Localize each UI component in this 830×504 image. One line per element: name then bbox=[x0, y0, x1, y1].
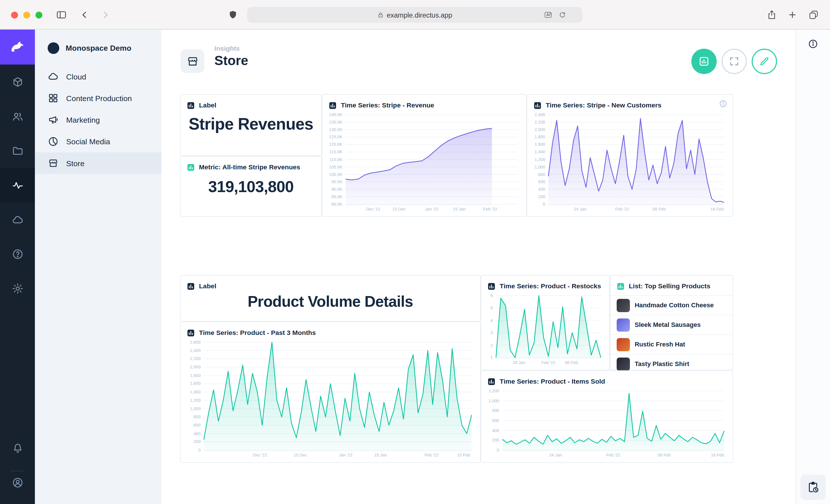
breadcrumb[interactable]: Insights bbox=[215, 45, 240, 53]
panel-title: Time Series: Product - Past 3 Months bbox=[199, 329, 316, 336]
notifications-icon[interactable] bbox=[0, 431, 35, 465]
panel-title: Label bbox=[199, 102, 217, 109]
panel-past-3-months-chart[interactable]: Time Series: Product - Past 3 Months 2,6… bbox=[180, 322, 480, 463]
y-axis-label: 1,400 bbox=[185, 390, 200, 395]
module-files-icon[interactable] bbox=[0, 133, 35, 168]
edit-dashboard-button[interactable] bbox=[752, 49, 777, 74]
account-icon[interactable] bbox=[0, 465, 35, 500]
y-axis-label: 110.0K bbox=[326, 157, 342, 162]
chart-panel-icon bbox=[187, 329, 195, 337]
top-products-list: Handmade Cotton CheeseSleek Metal Sausag… bbox=[610, 295, 733, 373]
panel-title: Label bbox=[199, 282, 217, 290]
shield-icon[interactable] bbox=[228, 9, 238, 21]
activity-log-icon[interactable] bbox=[800, 475, 826, 500]
x-axis-label: Feb '22 bbox=[615, 207, 630, 212]
panel-items-sold-chart[interactable]: Time Series: Product - Items Sold 1,2001… bbox=[481, 370, 733, 463]
project-switcher[interactable]: Monospace Demo bbox=[35, 30, 161, 66]
y-axis-label: 2,000 bbox=[532, 127, 545, 132]
sidebar-item-content-production[interactable]: Content Production bbox=[35, 87, 161, 109]
module-insights-icon[interactable] bbox=[0, 168, 35, 202]
y-axis-label: 800 bbox=[185, 414, 200, 419]
right-sidebar bbox=[796, 30, 830, 504]
module-cloud-icon[interactable] bbox=[0, 202, 35, 237]
sidebar-item-marketing[interactable]: Marketing bbox=[35, 109, 161, 131]
x-axis-label: 15 Feb bbox=[457, 453, 470, 458]
y-axis-label: 2,600 bbox=[185, 340, 200, 345]
y-axis-label: 80.0K bbox=[326, 202, 342, 207]
module-help-icon[interactable] bbox=[0, 236, 35, 271]
panel-label-stripe-revenues[interactable]: Label Stripe Revenues bbox=[180, 94, 322, 156]
metric-panel-icon bbox=[187, 163, 195, 171]
y-axis-label: 2 bbox=[485, 343, 493, 348]
directus-logo[interactable] bbox=[0, 30, 35, 65]
tab-overview-icon[interactable] bbox=[808, 9, 819, 21]
metric-value: 319,103,800 bbox=[181, 178, 321, 196]
y-axis-label: 6 bbox=[485, 293, 493, 298]
panel-title: Time Series: Product - Restocks bbox=[500, 282, 601, 290]
x-axis-label: 16 Feb bbox=[711, 453, 724, 458]
product-thumbnail bbox=[617, 299, 630, 312]
x-axis-label: 15 Dec bbox=[293, 453, 307, 458]
panel-top-selling-products[interactable]: List: Top Selling Products Handmade Cott… bbox=[610, 275, 733, 370]
x-axis-label: Feb '22 bbox=[483, 207, 498, 212]
module-settings-icon[interactable] bbox=[0, 271, 35, 306]
translate-icon[interactable] bbox=[544, 7, 552, 23]
y-axis-label: 2,400 bbox=[532, 112, 545, 117]
y-axis-label: 85.0K bbox=[326, 194, 342, 199]
panel-metric-stripe-revenues[interactable]: Metric: All-time Stripe Revenues 319,103… bbox=[180, 156, 322, 217]
y-axis-label: 1,200 bbox=[185, 398, 200, 403]
browser-chrome: example.directus.app bbox=[0, 0, 830, 30]
y-axis-label: 115.0K bbox=[326, 150, 342, 155]
x-axis-label: 24 Jan bbox=[513, 360, 525, 365]
add-panel-button[interactable] bbox=[691, 49, 717, 74]
back-icon[interactable] bbox=[79, 9, 90, 21]
x-axis-label: 24 Jan bbox=[574, 207, 586, 212]
panel-new-customers-chart[interactable]: Time Series: Stripe - New Customers 2,40… bbox=[527, 94, 733, 217]
list-item[interactable]: Sleek Metal Sausages bbox=[610, 315, 733, 334]
navigation-sidebar: Monospace Demo Cloud Content Production … bbox=[35, 30, 161, 504]
sidebar-toggle-icon[interactable] bbox=[56, 9, 67, 21]
module-collections-icon[interactable] bbox=[0, 65, 35, 99]
panel-restocks-chart[interactable]: Time Series: Product - Restocks 65432124… bbox=[481, 275, 610, 370]
reload-icon[interactable] bbox=[558, 7, 567, 23]
list-panel-icon bbox=[617, 282, 625, 290]
y-axis-label: 1,000 bbox=[485, 398, 499, 403]
sidebar-item-cloud[interactable]: Cloud bbox=[35, 66, 161, 87]
close-window-button[interactable] bbox=[11, 11, 18, 18]
lock-icon bbox=[377, 11, 384, 18]
y-axis-label: 105.0K bbox=[326, 164, 342, 169]
chart-panel-icon bbox=[488, 377, 496, 385]
share-icon[interactable] bbox=[767, 9, 777, 21]
x-axis-label: 15 Jan bbox=[453, 207, 466, 212]
x-axis-label: Feb '22 bbox=[606, 453, 620, 458]
y-axis-label: 1,000 bbox=[185, 406, 200, 411]
product-thumbnail bbox=[617, 358, 630, 371]
zoom-window-button[interactable] bbox=[35, 11, 42, 18]
sidebar-item-store[interactable]: Store bbox=[35, 153, 161, 174]
new-tab-icon[interactable] bbox=[787, 9, 798, 21]
forward-icon[interactable] bbox=[100, 9, 111, 21]
sidebar-item-social-media[interactable]: Social Media bbox=[35, 131, 161, 153]
y-axis-label: 2,200 bbox=[185, 357, 200, 362]
panel-label-product-volume[interactable]: Label Product Volume Details bbox=[180, 275, 480, 322]
info-icon[interactable] bbox=[719, 99, 727, 108]
cloud-icon bbox=[47, 71, 59, 82]
info-sidebar-icon[interactable] bbox=[808, 39, 819, 49]
y-axis-label: 1,200 bbox=[485, 389, 499, 394]
fullscreen-button[interactable] bbox=[721, 49, 747, 74]
module-users-icon[interactable] bbox=[0, 99, 35, 134]
x-axis-label: 08 Feb bbox=[652, 207, 666, 212]
panel-stripe-revenue-chart[interactable]: Time Series: Stripe - Revenue 140.0K135.… bbox=[322, 94, 527, 217]
list-item[interactable]: Handmade Cotton Cheese bbox=[610, 295, 733, 315]
screen: example.directus.app bbox=[0, 0, 830, 504]
chart-panel-icon bbox=[488, 282, 496, 290]
address-bar[interactable]: example.directus.app bbox=[247, 7, 582, 23]
panel-title: List: Top Selling Products bbox=[629, 282, 710, 290]
y-axis-label: 400 bbox=[532, 187, 545, 192]
list-item[interactable]: Rustic Fresh Hat bbox=[610, 334, 733, 354]
dashboard-icon bbox=[181, 49, 204, 73]
product-name: Sleek Metal Sausages bbox=[635, 321, 701, 329]
minimize-window-button[interactable] bbox=[23, 11, 30, 18]
y-axis-label: 800 bbox=[485, 408, 499, 413]
product-thumbnail bbox=[617, 338, 630, 351]
